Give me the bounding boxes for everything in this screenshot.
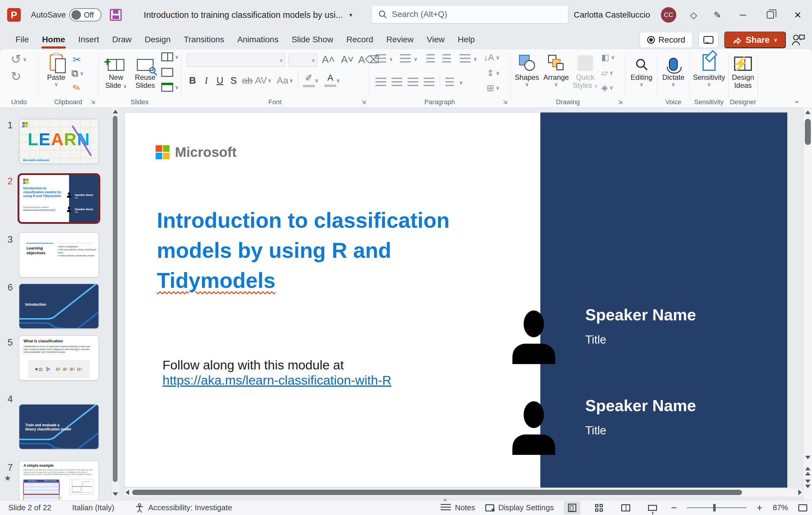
- language-indicator[interactable]: Italian (Italy): [72, 503, 115, 512]
- align-text-button[interactable]: ⇕∨: [487, 68, 500, 78]
- next-slide-button[interactable]: [805, 480, 811, 483]
- slide-thumbnail-1[interactable]: LEARN Microsoft.com/Learn: [19, 119, 99, 164]
- share-button[interactable]: Share ∨: [724, 32, 786, 48]
- redo-button[interactable]: ↻: [11, 70, 21, 83]
- zoom-slider-handle[interactable]: [713, 504, 716, 511]
- scroll-right-arrow-icon[interactable]: [798, 490, 802, 495]
- cut-button[interactable]: ✂: [72, 54, 81, 65]
- slide-thumbnail-3[interactable]: Learningobjectives • What is classificat…: [19, 232, 99, 278]
- numbering-button[interactable]: [400, 54, 411, 64]
- reuse-slides-button[interactable]: Reuse Slides: [132, 52, 159, 89]
- reset-slide-button[interactable]: [161, 68, 173, 77]
- search-input[interactable]: [392, 9, 547, 19]
- comments-button[interactable]: [699, 32, 718, 48]
- text-shadow-button[interactable]: S: [227, 75, 240, 86]
- notes-button[interactable]: Notes: [441, 503, 475, 512]
- italic-button[interactable]: I: [199, 75, 213, 86]
- paste-button[interactable]: Paste ∨: [44, 52, 69, 88]
- document-title[interactable]: Introduction to training classification …: [144, 10, 343, 20]
- line-spacing-button[interactable]: [460, 54, 470, 64]
- presenter-coach-icon[interactable]: [792, 34, 805, 46]
- dictate-button[interactable]: Dictate ∨: [660, 52, 687, 88]
- font-dialog-launcher[interactable]: ⇲: [361, 99, 366, 105]
- bullets-button[interactable]: [376, 54, 386, 64]
- speaker-1[interactable]: Speaker Name Title: [585, 306, 696, 346]
- tab-slide-show[interactable]: Slide Show: [285, 32, 340, 47]
- tab-transitions[interactable]: Transitions: [177, 32, 231, 47]
- scroll-left-arrow-icon[interactable]: [125, 490, 129, 495]
- grow-font-button[interactable]: A˄: [322, 54, 335, 65]
- design-ideas-button[interactable]: ⚡ Design Ideas: [730, 52, 756, 89]
- zoom-out-button[interactable]: −: [671, 502, 677, 514]
- scroll-down-arrow-icon[interactable]: [805, 456, 811, 459]
- font-color-button[interactable]: A: [324, 73, 336, 88]
- copy-button[interactable]: ⧉∨: [71, 68, 84, 79]
- paragraph-dialog-launcher[interactable]: ⇲: [503, 99, 507, 105]
- whats-new-icon[interactable]: ✎: [711, 10, 724, 20]
- search-bar[interactable]: [371, 5, 568, 24]
- tab-design[interactable]: Design: [138, 32, 177, 47]
- tab-animations[interactable]: Animations: [231, 32, 285, 47]
- minimize-button[interactable]: ─: [735, 6, 751, 23]
- tab-home[interactable]: Home: [35, 32, 72, 47]
- slide-title[interactable]: Introduction to classification models by…: [157, 205, 450, 295]
- section-button[interactable]: ∨: [161, 83, 178, 92]
- decrease-indent-button[interactable]: [426, 54, 435, 64]
- previous-slide-button-2[interactable]: [805, 472, 811, 476]
- collapse-ribbon-button[interactable]: ⌄: [793, 96, 800, 105]
- slide-scrollbar-thumb[interactable]: [805, 119, 811, 145]
- slide-thumbnail-4[interactable]: Introduction: [19, 284, 99, 328]
- justify-button[interactable]: [424, 78, 434, 87]
- follow-along-text[interactable]: Follow along with this module at https:/…: [163, 357, 391, 388]
- tab-record[interactable]: Record: [340, 32, 380, 47]
- zoom-in-button[interactable]: +: [757, 502, 763, 514]
- shape-effects-button[interactable]: ◈∨: [601, 83, 613, 93]
- shape-outline-button[interactable]: ▱∨: [601, 68, 613, 78]
- tab-insert[interactable]: Insert: [72, 32, 106, 47]
- strikethrough-button[interactable]: ab: [240, 75, 254, 86]
- format-painter-button[interactable]: ✎: [71, 81, 82, 95]
- slide-layout-button[interactable]: ∨: [161, 52, 178, 61]
- shape-fill-button[interactable]: ◧∨: [601, 52, 615, 62]
- font-name-combo[interactable]: ∨: [187, 54, 285, 67]
- slideshow-view-button[interactable]: [644, 501, 661, 514]
- change-case-button[interactable]: Aa: [276, 75, 289, 86]
- new-slide-button[interactable]: + New Slide ∨: [103, 52, 130, 90]
- slide-counter[interactable]: Slide 2 of 22: [8, 503, 52, 512]
- clipboard-dialog-launcher[interactable]: ⇲: [91, 99, 95, 105]
- previous-slide-button[interactable]: [805, 467, 811, 470]
- restore-button[interactable]: [762, 6, 779, 23]
- zoom-percentage[interactable]: 87%: [773, 503, 788, 512]
- fit-slide-to-window-button[interactable]: [798, 504, 807, 511]
- tab-draw[interactable]: Draw: [106, 32, 138, 47]
- slide-thumbnail-2-selected[interactable]: Introduction to classification models by…: [19, 175, 99, 222]
- record-button[interactable]: Record: [640, 32, 693, 48]
- bold-button[interactable]: B: [186, 75, 199, 86]
- scroll-up-arrow-icon[interactable]: [805, 110, 811, 114]
- shapes-button[interactable]: Shapes ∨: [513, 52, 541, 88]
- quick-styles-button[interactable]: Quick Styles ∨: [572, 52, 599, 90]
- close-button[interactable]: ✕: [789, 6, 806, 23]
- reading-view-button[interactable]: [617, 501, 634, 514]
- editing-button[interactable]: Editing ∨: [628, 52, 655, 88]
- slide-horizontal-scrollbar[interactable]: [124, 488, 803, 496]
- tab-file[interactable]: File: [9, 32, 35, 47]
- undo-button[interactable]: ↺∨: [11, 53, 27, 65]
- align-left-button[interactable]: [376, 78, 386, 87]
- tab-help[interactable]: Help: [451, 32, 482, 47]
- autosave-toggle[interactable]: Off: [69, 8, 102, 22]
- slide-thumbnail-7[interactable]: A simple example Starting with some data…: [19, 461, 99, 501]
- thumbnail-scrollbar-thumb[interactable]: [113, 116, 118, 482]
- premium-diamond-icon[interactable]: ◇: [687, 10, 700, 20]
- align-center-button[interactable]: [392, 78, 402, 87]
- highlight-color-button[interactable]: ✐: [303, 73, 315, 88]
- sensitivity-button[interactable]: Sensitivity ∨: [692, 52, 726, 88]
- user-name[interactable]: Carlotta Castelluccio: [574, 10, 650, 20]
- text-direction-button[interactable]: ↓A∨: [484, 52, 500, 62]
- scroll-up-arrow-icon[interactable]: [113, 110, 118, 113]
- arrange-button[interactable]: Arrange ∨: [542, 52, 571, 88]
- slide-thumbnail-6[interactable]: Train and evaluate abinary classificatio…: [19, 404, 99, 449]
- convert-smartart-button[interactable]: ⊞∨: [487, 83, 500, 93]
- horizontal-scrollbar-thumb[interactable]: [132, 490, 742, 495]
- slide-sorter-view-button[interactable]: [591, 501, 607, 514]
